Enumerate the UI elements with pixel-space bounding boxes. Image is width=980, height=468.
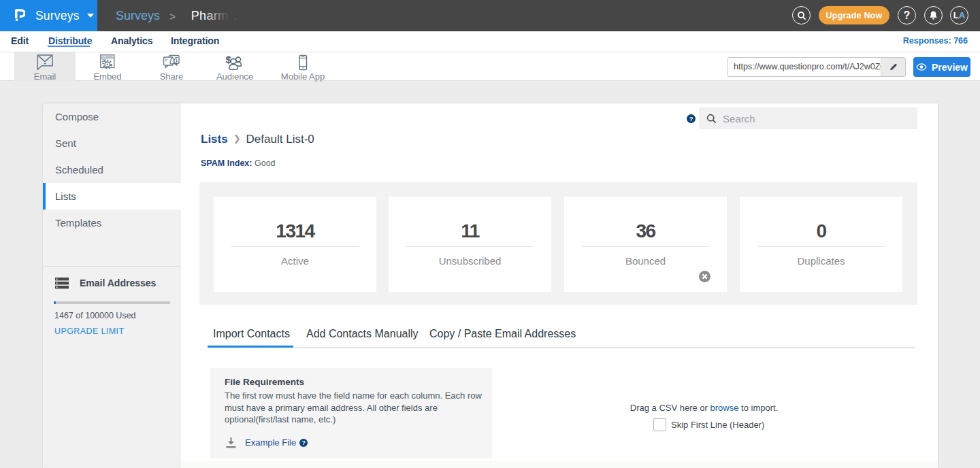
svg-text:?: ? xyxy=(302,439,306,446)
svg-text:?: ? xyxy=(689,116,693,122)
